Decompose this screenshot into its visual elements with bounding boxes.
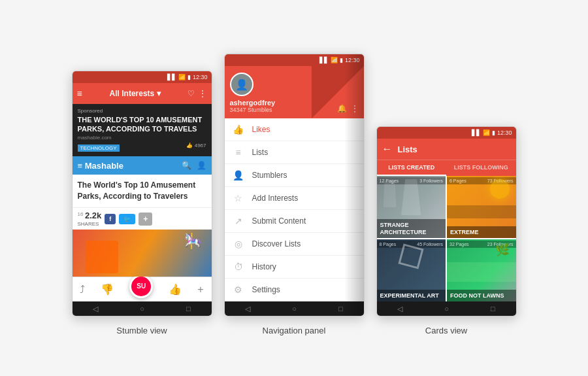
share-superscript: 16 — [78, 211, 84, 217]
card-horizon — [447, 205, 516, 218]
card-strange-architecture[interactable]: STRANGE ARCHITECTURE 12 Pages 3 Follower… — [377, 176, 446, 238]
twitter-share-button[interactable]: 🐦 — [119, 214, 135, 224]
sponsored-url: mashable.com — [78, 135, 206, 141]
nav-item-history[interactable]: ⏱ History — [225, 256, 364, 279]
tab-lists-following[interactable]: LISTS FOLLOWING — [446, 160, 516, 176]
nav-item-lists[interactable]: ≡ Lists — [225, 141, 364, 164]
likes-icon: 👍 — [233, 124, 244, 135]
add-interests-label: Add Interests — [252, 194, 299, 203]
card-extreme[interactable]: EXTREME 6 Pages 73 Followers — [447, 176, 516, 238]
stumbleupon-label: SU — [137, 282, 146, 290]
nav-item-stumblers[interactable]: 👤 Stumblers — [225, 164, 364, 187]
nav-android-recents-icon[interactable]: □ — [338, 305, 343, 313]
card-followers-1: 3 Followers — [419, 179, 443, 183]
card-sun-shape — [490, 179, 510, 199]
stumble-phone: ▋▋ 📶 ▮ 12:30 ≡ All Interests ▾ ♡ ⋮ Spons… — [72, 71, 212, 316]
cards-top-bar: ← Lists — [377, 139, 516, 160]
menu-icon[interactable]: ≡ — [77, 88, 82, 99]
cards-title: Lists — [398, 145, 511, 154]
dislike-nav-icon[interactable]: 👎 — [101, 283, 114, 296]
tab-lists-created[interactable]: LISTS CREATED — [377, 160, 447, 176]
all-interests-title[interactable]: All Interests ▾ — [110, 89, 161, 98]
bottom-nav: ⤴ 👎 SU 👍 + — [73, 277, 212, 301]
facebook-share-button[interactable]: f — [105, 214, 116, 224]
card-food-not-lawns[interactable]: 🌿 FOOD NOT LAWNS 32 Pages 23 Followers — [447, 239, 516, 301]
cards-view-wrapper: ▋▋ 📶 ▮ 12:30 ← Lists LISTS CREATED LISTS… — [376, 126, 517, 335]
share-count: 16 2.2k SHARES — [78, 211, 102, 227]
profile-icon[interactable]: 👤 — [197, 161, 206, 170]
article-title: The World's Top 10 Amusement Parks, Acco… — [78, 180, 196, 201]
card-followers-3: 45 Followers — [417, 242, 443, 247]
nav-panel-header: 👤 ashergodfrey 34347 Stumbles 🔔 ⋮ — [225, 66, 364, 118]
stumblers-icon: 👤 — [233, 170, 244, 180]
share-nav-icon[interactable]: ⤴ — [80, 284, 85, 296]
nav-item-submit-content[interactable]: ↗ Submit Content — [225, 210, 364, 233]
share-number: 2.2k — [85, 211, 101, 220]
sponsored-title: THE WORLD'S TOP 10 AMUSEMENT PARKS, ACCO… — [78, 115, 206, 134]
history-icon: ⏱ — [233, 262, 244, 272]
stumble-status-bar: ▋▋ 📶 ▮ 12:30 — [73, 71, 212, 83]
nav-android-nav: ◁ ○ □ — [225, 301, 364, 316]
card-title-1: STRANGE ARCHITECTURE — [380, 222, 443, 236]
discover-lists-label: Discover Lists — [252, 239, 301, 248]
android-recents-icon[interactable]: □ — [186, 305, 191, 313]
search-icon[interactable]: 🔍 — [182, 161, 191, 170]
nav-item-discover-lists[interactable]: ◎ Discover Lists — [225, 233, 364, 256]
card-overlay-3: EXPERIMENTAL ART — [377, 290, 446, 301]
cards-phone: ▋▋ 📶 ▮ 12:30 ← Lists LISTS CREATED LISTS… — [376, 126, 517, 316]
nav-menu: 👍 Likes ≡ Lists 👤 Stumblers ☆ Add Intere… — [225, 118, 364, 301]
cards-signal-icon: ▋▋ — [472, 129, 481, 136]
card-overlay-4: FOOD NOT LAWNS — [447, 290, 516, 301]
share-label: SHARES — [78, 221, 99, 227]
tech-badge: TECHNOLOGY — [78, 145, 120, 152]
stumblers-label: Stumblers — [252, 171, 287, 180]
cards-android-nav: ◁ ○ □ — [377, 301, 516, 316]
android-back-icon[interactable]: ◁ — [93, 305, 98, 313]
nav-android-back-icon[interactable]: ◁ — [245, 305, 250, 313]
card-cube-shape — [399, 243, 424, 269]
add-nav-icon[interactable]: + — [197, 284, 203, 296]
card-experimental-art[interactable]: EXPERIMENTAL ART 8 Pages 45 Followers — [377, 239, 446, 301]
battery-icon: ▮ — [188, 74, 191, 80]
like-count: 👍 4967 — [186, 143, 206, 148]
stumble-view-label: Stumble view — [116, 326, 167, 335]
cards-android-back-icon[interactable]: ◁ — [397, 305, 402, 313]
mashable-bar: ≡ Mashable 🔍 👤 — [73, 156, 212, 175]
share-bar: 16 2.2k SHARES f 🐦 + — [73, 207, 212, 230]
card-pages-2: 6 Pages — [449, 179, 466, 183]
article-image: 🎠 — [73, 230, 212, 277]
lists-icon: ≡ — [233, 147, 244, 158]
wifi-icon: 📶 — [178, 74, 186, 80]
sponsored-tag: Sponsored — [78, 108, 206, 114]
nav-android-home-icon[interactable]: ○ — [292, 305, 297, 313]
card-nature-icon: 🌿 — [495, 243, 510, 257]
nav-item-add-interests[interactable]: ☆ Add Interests — [225, 187, 364, 210]
submit-content-icon: ↗ — [233, 216, 244, 226]
bookmark-icon[interactable]: ♡ — [188, 89, 195, 98]
time-display: 12:30 — [193, 74, 208, 80]
cards-android-recents-icon[interactable]: □ — [491, 305, 495, 313]
submit-content-label: Submit Content — [252, 216, 306, 226]
plus-share-button[interactable]: + — [139, 213, 152, 226]
add-interests-icon: ☆ — [233, 193, 244, 203]
likes-label: Likes — [252, 125, 270, 134]
nav-signal-icon: ▋▋ — [319, 57, 329, 63]
android-home-icon[interactable]: ○ — [140, 305, 144, 313]
card-building-shape — [384, 181, 397, 207]
stumble-android-nav: ◁ ○ □ — [73, 301, 212, 316]
stumbleupon-button[interactable]: SU — [129, 275, 153, 298]
card-overlay-1: STRANGE ARCHITECTURE — [377, 219, 446, 238]
sponsored-banner: Sponsored THE WORLD'S TOP 10 AMUSEMENT P… — [73, 104, 212, 157]
more-icon[interactable]: ⋮ — [199, 89, 206, 98]
signal-icon: ▋▋ — [167, 74, 176, 80]
mashable-logo: ≡ Mashable — [78, 161, 123, 171]
cards-back-button[interactable]: ← — [382, 143, 393, 155]
nav-panel-label: Navigation panel — [263, 326, 326, 335]
like-nav-icon[interactable]: 👍 — [169, 283, 182, 296]
nav-item-likes[interactable]: 👍 Likes — [225, 118, 364, 141]
nav-item-settings[interactable]: ⚙ Settings — [225, 279, 364, 301]
history-label: History — [252, 262, 276, 271]
lists-label: Lists — [252, 148, 269, 157]
nav-wifi-icon: 📶 — [331, 57, 338, 63]
cards-android-home-icon[interactable]: ○ — [444, 305, 449, 313]
